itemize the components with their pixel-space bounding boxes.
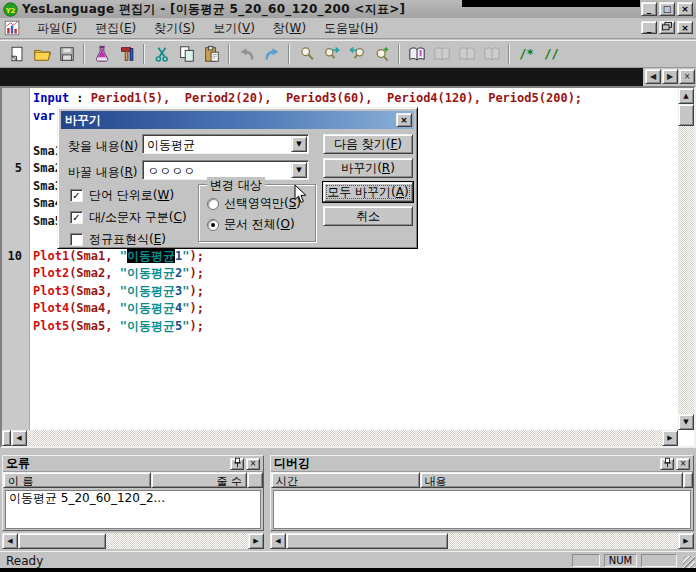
mdi-minimize-button[interactable]: _	[641, 21, 657, 34]
errors-horizontal-scrollbar[interactable]: ◀ ▶	[2, 533, 264, 549]
hscroll-track[interactable]	[27, 430, 662, 446]
comment-block-button[interactable]: /*	[514, 43, 539, 66]
code-segment: (Sma1,	[69, 249, 120, 263]
code-segment: :	[69, 91, 91, 105]
replace-all-button[interactable]: 모두 바꾸기(A)	[323, 182, 413, 202]
code-segment: );	[189, 301, 203, 315]
code-segment: Plot4	[33, 301, 69, 315]
mdi-restore-icon	[662, 22, 672, 33]
compile-button[interactable]	[89, 43, 114, 66]
unchecked-checkbox-icon[interactable]	[70, 233, 83, 246]
copy-button[interactable]	[174, 43, 199, 66]
errors-close-button[interactable]: ×	[246, 458, 260, 470]
comment-line-button[interactable]: //	[539, 43, 564, 66]
tab-close-icon: ×	[684, 72, 691, 81]
tab-scroll-right-button[interactable]: ▶	[662, 69, 678, 84]
find-prev-button[interactable]	[344, 43, 369, 66]
menu-item-help[interactable]: 도움말(H)	[315, 18, 387, 39]
tab-scroll-left-button[interactable]: ◀	[645, 69, 661, 84]
editor-horizontal-scrollbar[interactable]: ◀ ▶	[2, 430, 678, 446]
code-line: 10Plot1(Sma1, "이동평균1");	[2, 248, 676, 266]
build-tools-button[interactable]	[114, 43, 139, 66]
code-line: Plot2(Sma2, "이동평균2");	[2, 265, 676, 283]
hscroll-thumb[interactable]	[18, 533, 106, 549]
menu-item-search[interactable]: 찾기(S)	[145, 18, 204, 39]
scroll-right-button[interactable]: ▶	[662, 430, 678, 446]
mdi-restore-button[interactable]	[659, 21, 675, 34]
find-what-combobox[interactable]: 이동평균 ▼	[142, 134, 309, 154]
replace-with-value[interactable]: ㅇㅇㅇㅇ	[147, 163, 195, 180]
manual-book-button[interactable]	[404, 43, 429, 66]
find-dropdown-button[interactable]: ▼	[291, 136, 307, 152]
table-row[interactable]: 이동평균 5_20_60_120_2...	[6, 491, 260, 506]
scroll-up-button[interactable]: ▲	[678, 88, 694, 104]
debug-list[interactable]	[273, 490, 691, 529]
debug-horizontal-scrollbar[interactable]: ◀ ▶	[270, 533, 694, 549]
undo-button[interactable]	[234, 43, 259, 66]
code-segment: "이동평균	[120, 266, 175, 280]
hscroll-track[interactable]	[106, 533, 248, 549]
selected-radio-icon[interactable]	[207, 219, 219, 231]
unselected-radio-icon[interactable]	[207, 198, 219, 210]
errors-pin-button[interactable]	[230, 458, 244, 470]
cut-button[interactable]	[149, 43, 174, 66]
find-next-button[interactable]: 다음 찾기(F)	[323, 134, 413, 154]
menu-item-window[interactable]: 창(W)	[264, 18, 315, 39]
errors-panel-title: 오류	[6, 455, 228, 472]
paste-button[interactable]	[199, 43, 224, 66]
new-file-button[interactable]	[4, 43, 29, 66]
regex-checkbox[interactable]: 정규표현식(E)	[70, 232, 166, 246]
debug-pin-button[interactable]	[660, 458, 674, 470]
redo-button[interactable]	[259, 43, 284, 66]
editor-vertical-scrollbar[interactable]: ▲ ▼	[678, 88, 694, 430]
minimize-button[interactable]: _	[641, 2, 657, 16]
column-header[interactable]: 시간	[271, 472, 420, 488]
save-file-button[interactable]	[54, 43, 79, 66]
scroll-left-button[interactable]: ◀	[11, 430, 27, 446]
vscroll-thumb[interactable]	[678, 104, 694, 126]
column-header[interactable]: 내용	[420, 472, 683, 488]
whole-word-checkbox[interactable]: ✓단어 단위로(W)	[70, 188, 174, 202]
mdi-close-button[interactable]: ×	[677, 21, 693, 34]
menu-item-file[interactable]: 파일(F)	[28, 18, 86, 39]
scroll-right-button[interactable]: ▶	[678, 533, 694, 549]
open-file-button[interactable]	[29, 43, 54, 66]
splitter-box[interactable]	[2, 430, 11, 446]
find-what-value[interactable]: 이동평균	[147, 137, 195, 154]
errors-list[interactable]: 이동평균 5_20_60_120_2...	[5, 490, 261, 529]
cancel-button[interactable]: 취소	[323, 206, 413, 226]
maximize-button[interactable]: □	[659, 2, 675, 16]
debug-close-button[interactable]: ×	[676, 458, 690, 470]
dropdown-arrow-icon: ▼	[296, 140, 301, 148]
replace-dropdown-button[interactable]: ▼	[291, 162, 307, 178]
code-segment: "이동평균	[120, 301, 175, 315]
menu-item-view[interactable]: 보기(V)	[204, 18, 264, 39]
title-bar[interactable]: Y2 YesLanguage 편집기 - [이동평균 5_20_60_120_2…	[0, 0, 696, 18]
dialog-close-button[interactable]: ×	[396, 113, 412, 127]
line-number	[2, 283, 26, 301]
column-header[interactable]: 이 름	[3, 472, 151, 488]
find-button[interactable]	[294, 43, 319, 66]
dialog-title-bar[interactable]: 바꾸기	[61, 111, 414, 129]
match-case-checkbox[interactable]: ✓대/소문자 구분(C)	[70, 210, 187, 224]
scroll-left-button[interactable]: ◀	[2, 533, 18, 549]
resize-grip[interactable]	[683, 556, 695, 568]
checked-checkbox-icon[interactable]: ✓	[70, 189, 83, 202]
close-button[interactable]: ×	[677, 2, 693, 16]
tab-close-button[interactable]: ×	[679, 69, 695, 84]
scroll-left-button[interactable]: ◀	[270, 533, 286, 549]
hscroll-track[interactable]	[448, 533, 678, 549]
comment-block-icon: /*	[519, 47, 533, 61]
find-next-button[interactable]	[319, 43, 344, 66]
hscroll-thumb[interactable]	[286, 533, 448, 549]
column-header[interactable]: 줄 수	[151, 472, 247, 488]
scroll-right-button[interactable]: ▶	[248, 533, 264, 549]
replace-button[interactable]: 바꾸기(R)	[323, 158, 413, 178]
menu-item-edit[interactable]: 편집(E)	[86, 18, 145, 39]
checked-checkbox-icon[interactable]: ✓	[70, 211, 83, 224]
entire-document-radio[interactable]: 문서 전체(O)	[207, 218, 295, 231]
find-in-files-button[interactable]	[369, 43, 394, 66]
scroll-down-button[interactable]: ▼	[678, 414, 694, 430]
selection-only-radio[interactable]: 선택영역만(S)	[207, 197, 301, 210]
vscroll-track[interactable]	[678, 126, 694, 414]
